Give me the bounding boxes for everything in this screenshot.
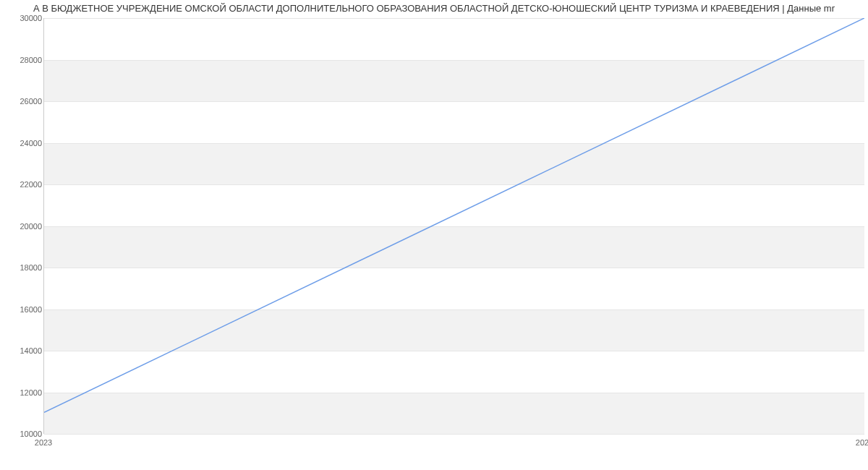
plot-area	[43, 18, 864, 434]
y-axis-tick-label: 28000	[9, 56, 42, 64]
chart-line	[44, 18, 864, 433]
y-axis-tick-label: 14000	[9, 346, 42, 355]
y-axis-tick-label: 30000	[9, 14, 42, 22]
chart-container: А В БЮДЖЕТНОЕ УЧРЕЖДЕНИЕ ОМСКОЙ ОБЛАСТИ …	[0, 0, 868, 470]
y-axis-tick-label: 26000	[9, 97, 42, 106]
y-axis-tick-label: 10000	[9, 430, 42, 438]
y-axis-tick-label: 12000	[9, 388, 42, 397]
grid-line	[44, 434, 864, 435]
y-axis-tick-label: 18000	[9, 263, 42, 272]
chart-title: А В БЮДЖЕТНОЕ УЧРЕЖДЕНИЕ ОМСКОЙ ОБЛАСТИ …	[0, 3, 868, 14]
y-axis-tick-label: 22000	[9, 180, 42, 189]
y-axis-tick-label: 16000	[9, 305, 42, 314]
x-axis-tick-label: 2023	[35, 438, 52, 447]
y-axis-tick-label: 24000	[9, 139, 42, 148]
y-axis-tick-label: 20000	[9, 222, 42, 231]
x-axis-tick-label: 2024	[856, 438, 868, 447]
